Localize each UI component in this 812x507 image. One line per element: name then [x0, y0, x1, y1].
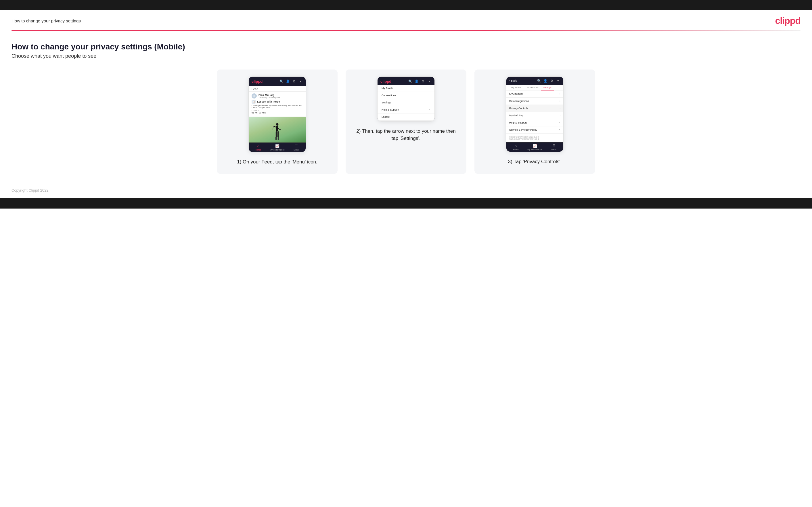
- top-black-bar: [0, 0, 812, 10]
- svg-point-0: [276, 123, 278, 126]
- feed-avatar: B: [252, 93, 257, 99]
- settings-service-privacy[interactable]: Service & Privacy Policy: [506, 126, 563, 133]
- settings-my-account[interactable]: My Account ›: [506, 91, 563, 98]
- settings-my-golf-bag[interactable]: My Golf Bag ›: [506, 112, 563, 119]
- step-2-phone: clippd 🔍 👤 ⚙ ▾ Blair McHarg: [377, 76, 435, 121]
- profile-icon: 👤: [286, 79, 290, 83]
- phone-1-nav: clippd 🔍 👤 ⚙ ▾: [249, 77, 306, 86]
- profile-icon-2: 👤: [414, 79, 419, 83]
- settings-icon-2: ⚙: [421, 79, 425, 83]
- back-chevron-icon: ‹: [509, 79, 510, 82]
- bottom-performance-label-3: My Performance: [527, 149, 542, 151]
- logo: clippd: [775, 15, 801, 26]
- bottom-home-label-3: Home: [513, 149, 519, 151]
- lesson-row: 📋 Lesson with Fordy: [252, 100, 303, 104]
- dropdown-my-profile: My Profile: [377, 85, 435, 92]
- bottom-home-3: ⌂ Home: [506, 143, 525, 152]
- my-account-chevron: ›: [560, 93, 560, 95]
- bottom-menu-3: ☰ Menu: [544, 143, 563, 152]
- steps-row: clippd 🔍 👤 ⚙ ▾ Feed B Blair McHarg: [11, 69, 801, 174]
- header: How to change your privacy settings clip…: [0, 10, 812, 30]
- chevron-down-icon-2: ▾: [427, 79, 432, 83]
- dropdown-home-section: Home ∨: [377, 121, 435, 121]
- help-support-label: Help & Support: [509, 121, 527, 124]
- bottom-menu-label: Menu: [294, 149, 299, 151]
- phone-1-bottom-bar: ⌂ Home 📈 My Performance ☰ Menu: [249, 143, 306, 152]
- my-golf-bag-label: My Golf Bag: [509, 114, 523, 117]
- bottom-performance-3: 📈 My Performance: [525, 143, 544, 152]
- back-button: ‹ Back: [509, 79, 517, 82]
- menu-icon: ☰: [295, 144, 298, 148]
- my-golf-bag-chevron: ›: [560, 114, 560, 117]
- privacy-controls-label: Privacy Controls: [509, 107, 528, 110]
- feed-tab: Feed: [249, 86, 306, 92]
- settings-back-bar: ‹ Back 🔍 👤 ⚙ ▾: [506, 77, 563, 85]
- feed-user-row: B Blair McHarg Yesterday · Sunningdale: [252, 93, 303, 99]
- dropdown-settings: Settings: [377, 99, 435, 106]
- client-version: Clippd Client Version: 2022.8.3-3: [509, 136, 560, 138]
- feed-post: B Blair McHarg Yesterday · Sunningdale 📋…: [249, 92, 306, 117]
- bottom-black-bar: [0, 198, 812, 209]
- phone-2-icons: 🔍 👤 ⚙ ▾: [408, 79, 432, 83]
- svg-rect-4: [276, 131, 277, 137]
- feed-duration-value: 01 hr : 30 min: [252, 111, 303, 114]
- step-1-card: clippd 🔍 👤 ⚙ ▾ Feed B Blair McHarg: [217, 69, 338, 174]
- page-subheading: Choose what you want people to see: [11, 53, 801, 59]
- svg-rect-6: [275, 137, 276, 140]
- dropdown-logout: Logout: [377, 113, 435, 121]
- privacy-controls-chevron: ›: [560, 107, 560, 110]
- menu-icon-3: ☰: [552, 144, 556, 148]
- feed-duration: Duration 01 hr : 30 min: [252, 109, 303, 114]
- tab-my-profile[interactable]: My Profile: [509, 85, 523, 90]
- svg-rect-7: [278, 137, 279, 140]
- settings-privacy-controls[interactable]: Privacy Controls ›: [506, 105, 563, 112]
- settings-tabs: My Profile Connections Settings: [506, 85, 563, 91]
- main-content: How to change your privacy settings (Mob…: [0, 31, 812, 179]
- performance-icon: 📈: [275, 144, 280, 148]
- tab-settings[interactable]: Settings: [541, 85, 554, 91]
- dropdown-connections: Connections: [377, 92, 435, 99]
- data-integrations-chevron: ›: [560, 100, 560, 103]
- lesson-title: Lesson with Fordy: [257, 100, 280, 103]
- bottom-home: ⌂ Home: [249, 143, 268, 152]
- bottom-home-label: Home: [256, 149, 261, 151]
- step-2-card: clippd 🔍 👤 ⚙ ▾ Blair McHarg: [346, 69, 466, 174]
- golfer-silhouette: [271, 122, 283, 143]
- bottom-menu-label-3: Menu: [551, 149, 556, 151]
- chevron-down-icon-3: ▾: [556, 78, 560, 83]
- step-3-phone: ‹ Back 🔍 👤 ⚙ ▾ My Profile Connections Se…: [506, 76, 564, 152]
- home-icon-3: ⌂: [515, 144, 517, 148]
- step-3-card: ‹ Back 🔍 👤 ⚙ ▾ My Profile Connections Se…: [474, 69, 595, 174]
- step-2-phone-wrap: clippd 🔍 👤 ⚙ ▾ Blair McHarg: [377, 76, 435, 121]
- header-title: How to change your privacy settings: [11, 18, 81, 23]
- copyright-text: Copyright Clippd 2022: [11, 188, 49, 192]
- server-version: GQL Server Version: 2022.7.30-1: [509, 138, 560, 140]
- page-heading: How to change your privacy settings (Mob…: [11, 42, 801, 51]
- svg-line-8: [272, 126, 274, 129]
- feed-user-name: Blair McHarg: [258, 94, 281, 97]
- feed-user-info: Blair McHarg Yesterday · Sunningdale: [258, 94, 281, 99]
- settings-data-integrations[interactable]: Data Integrations ›: [506, 98, 563, 105]
- step-3-caption: 3) Tap 'Privacy Controls'.: [508, 158, 562, 165]
- bottom-performance-label: My Performance: [270, 149, 285, 151]
- step-1-phone: clippd 🔍 👤 ⚙ ▾ Feed B Blair McHarg: [248, 76, 306, 152]
- phone-3-bottom-bar: ⌂ Home 📈 My Performance ☰ Menu: [506, 142, 563, 152]
- phone-2-logo: clippd: [380, 79, 391, 83]
- feed-description: Looking to feel like my hands are exitin…: [252, 105, 303, 109]
- settings-help-support[interactable]: Help & Support: [506, 119, 563, 126]
- bottom-menu: ☰ Menu: [287, 143, 306, 152]
- bottom-performance: 📈 My Performance: [268, 143, 287, 152]
- dropdown-help-support: Help & Support: [377, 106, 435, 113]
- dropdown-menu: My Profile Connections Settings Help & S…: [377, 85, 435, 121]
- svg-rect-5: [277, 131, 278, 137]
- step-1-caption: 1) On your Feed, tap the 'Menu' icon.: [237, 159, 317, 166]
- feed-user-location: Yesterday · Sunningdale: [258, 97, 281, 99]
- tab-connections[interactable]: Connections: [523, 85, 541, 90]
- phone-3-icons: 🔍 👤 ⚙ ▾: [537, 78, 560, 83]
- search-icon-3: 🔍: [537, 78, 542, 83]
- step-2-caption: 2) Then, tap the arrow next to your name…: [353, 128, 459, 142]
- profile-icon-3: 👤: [543, 78, 548, 83]
- service-privacy-label: Service & Privacy Policy: [509, 128, 537, 131]
- home-icon: ⌂: [257, 144, 259, 148]
- version-info: Clippd Client Version: 2022.8.3-3 GQL Se…: [506, 133, 563, 142]
